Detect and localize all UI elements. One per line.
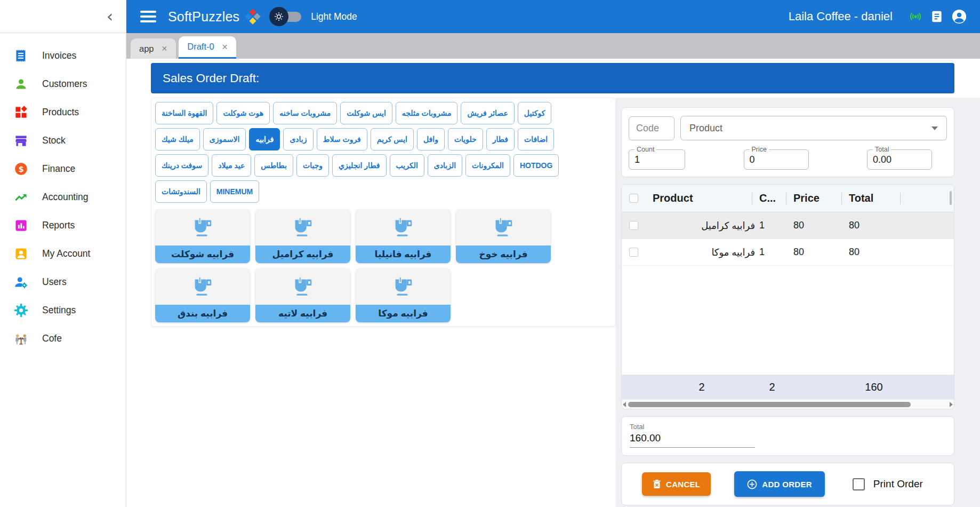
category-button[interactable]: ميلك شيك (155, 128, 200, 150)
account-circle-icon[interactable] (951, 9, 967, 25)
product-card-label: فرابيه شوكلت (155, 245, 250, 263)
scrollbar-thumb[interactable] (628, 402, 911, 407)
product-card[interactable]: فرابيه فانيليا (356, 209, 451, 263)
category-button[interactable]: الاسموزى (203, 128, 246, 150)
category-button[interactable]: عصائر فريش (461, 102, 514, 124)
price-field[interactable]: Price 0 (744, 146, 809, 170)
category-button[interactable]: فطار (486, 128, 515, 150)
product-card[interactable]: فرابيه بندق (155, 268, 250, 322)
category-button[interactable]: كوكتيل (518, 102, 552, 124)
sidebar-item-cofe[interactable]: Cofe (0, 324, 126, 353)
category-button[interactable]: HOTDOG (513, 154, 559, 177)
product-select[interactable]: Product (680, 116, 947, 140)
category-button[interactable]: وجبات (296, 154, 329, 177)
category-button[interactable]: زبادى (283, 128, 313, 150)
count-field[interactable]: Count 1 (629, 146, 685, 170)
print-order-option[interactable]: Print Order (853, 478, 923, 490)
person-icon (14, 77, 28, 91)
cell-count: 1 (755, 220, 789, 231)
sidebar-item-reports[interactable]: Reports (0, 211, 126, 240)
add-order-button[interactable]: ADD ORDER (734, 471, 825, 497)
menu-icon[interactable] (140, 11, 156, 22)
sidebar-item-label: Invoices (42, 50, 76, 61)
sidebar-header: ‹ (0, 0, 126, 33)
sidebar-item-users[interactable]: Users (0, 268, 126, 296)
sidebar-item-accounting[interactable]: Accounting (0, 183, 126, 211)
category-button[interactable]: ايس كريم (371, 128, 414, 150)
category-button[interactable]: عيد ميلاد (212, 154, 251, 177)
category-button[interactable]: السندوتشات (155, 180, 207, 203)
tab-app[interactable]: app ✕ (131, 38, 176, 59)
order-total-label: Total (630, 423, 946, 431)
category-button[interactable]: بطاطس (254, 154, 293, 177)
sidebar-item-label: Reports (42, 220, 75, 231)
category-button[interactable]: المكرونات (465, 154, 510, 177)
product-card[interactable]: فرابيه شوكلت (155, 209, 250, 263)
order-items-table: Product C... Price Total (621, 184, 954, 409)
product-card-label: فرابيه بندق (155, 305, 250, 322)
sidebar-item-invoices[interactable]: Invoices (0, 42, 126, 70)
theme-toggle[interactable] (269, 7, 304, 26)
tab-draft-0[interactable]: Draft-0 ✕ (179, 36, 236, 59)
plus-circle-icon (747, 479, 757, 489)
sidebar-item-customers[interactable]: Customers (0, 70, 126, 98)
category-button[interactable]: سوفت درينك (155, 154, 208, 177)
row-checkbox[interactable] (629, 248, 638, 257)
collapse-sidebar-icon[interactable]: ‹ (107, 9, 113, 25)
chevron-down-icon (931, 126, 938, 130)
scroll-left-icon[interactable] (623, 402, 626, 407)
footer-product-sum: 2 (648, 381, 755, 393)
sidebar-item-stock[interactable]: Stock (0, 126, 126, 155)
column-header-price: Price (789, 192, 845, 204)
category-button[interactable]: مشروبات مثلجه (396, 102, 458, 124)
row-checkbox[interactable] (629, 221, 638, 230)
sidebar-item-products[interactable]: Products (0, 98, 126, 126)
table-horizontal-scrollbar[interactable] (622, 399, 954, 409)
product-card[interactable]: فرابيه خوخ (456, 209, 551, 263)
bar-chart-icon (14, 218, 28, 233)
print-order-checkbox[interactable] (853, 478, 865, 490)
table-row[interactable]: فرابيه كراميل 1 80 80 (622, 212, 954, 239)
category-button[interactable]: مشروبات ساخنه (273, 102, 337, 124)
category-button[interactable]: فطار انجليزي (332, 154, 386, 177)
sidebar-item-settings[interactable]: Settings (0, 296, 126, 324)
product-grid: فرابيه شوكلت فرابيه كراميل (155, 209, 612, 322)
category-row: القهوة الساخنةهوت شوكلتمشروبات ساخنهايس … (155, 102, 612, 124)
category-button[interactable]: هوت شوكلت (216, 102, 270, 124)
sidebar-item-finance[interactable]: $ Finance (0, 155, 126, 183)
table-header-row: Product C... Price Total (622, 185, 954, 212)
footer-count-sum: 2 (755, 381, 789, 393)
category-button[interactable]: MINEMUM (210, 180, 259, 203)
sidebar-item-label: Finance (42, 163, 75, 175)
select-all-checkbox[interactable] (629, 194, 638, 203)
table-row[interactable]: فرابيه موكا 1 80 80 (622, 239, 954, 266)
product-card[interactable]: فرابيه موكا (356, 268, 451, 322)
category-button[interactable]: اضافات (518, 128, 554, 150)
sidebar-item-my-account[interactable]: My Account (0, 240, 126, 268)
category-button[interactable]: القهوة الساخنة (155, 102, 213, 124)
scroll-right-icon[interactable] (950, 402, 953, 407)
line-total-field[interactable]: Total 0.00 (867, 146, 932, 170)
category-button[interactable]: وافل (417, 128, 445, 150)
order-total-value[interactable]: 160.00 (630, 432, 946, 444)
store-icon (14, 133, 28, 148)
category-button[interactable]: الكريب (390, 154, 424, 177)
cancel-button[interactable]: CANCEL (642, 472, 711, 496)
category-button[interactable]: فرابيه (249, 128, 280, 150)
column-header-total: Total (845, 192, 903, 204)
category-button[interactable]: ايس شوكلت (340, 102, 392, 124)
print-order-label: Print Order (873, 478, 923, 490)
cup-icon (356, 209, 451, 245)
document-icon[interactable] (930, 10, 944, 23)
category-button[interactable]: الزبادى (428, 154, 462, 177)
table-vertical-scrollbar[interactable] (950, 191, 952, 205)
product-card[interactable]: فرابيه لاتيه (255, 268, 350, 322)
tab-label: Draft-0 (187, 42, 214, 52)
close-tab-icon[interactable]: ✕ (162, 44, 168, 53)
category-button[interactable]: حلويات (448, 128, 483, 150)
product-card[interactable]: فرابيه كراميل (255, 209, 350, 263)
category-button[interactable]: فروت سلاط (317, 128, 367, 150)
code-input[interactable]: Code (629, 116, 674, 140)
sidebar-item-label: Stock (42, 135, 66, 146)
close-tab-icon[interactable]: ✕ (222, 43, 228, 51)
